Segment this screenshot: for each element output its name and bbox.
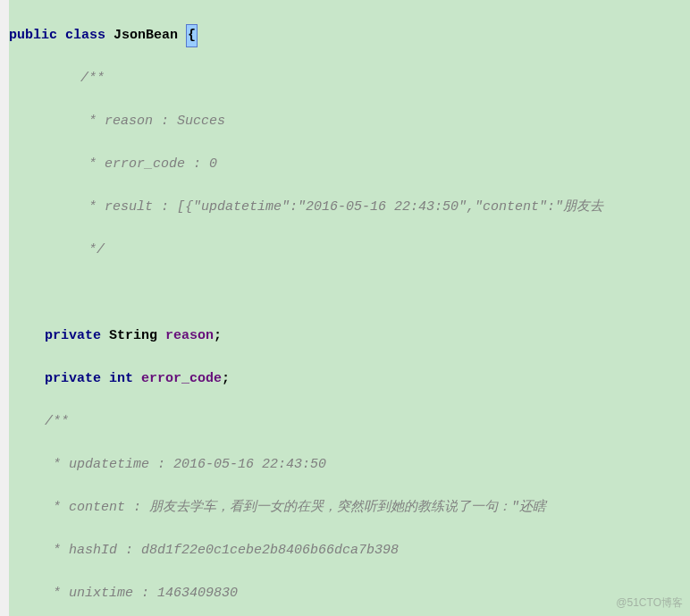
comment: /**	[80, 68, 105, 89]
comment: * result : [{"updatetime":"2016-05-16 22…	[80, 197, 603, 218]
code-line: private String reason;	[9, 325, 690, 347]
comment: */	[80, 240, 105, 261]
code-line: * reason : Succes	[9, 111, 690, 132]
keyword-public: public	[9, 25, 57, 46]
code-line: */	[9, 240, 690, 261]
class-name: JsonBean	[114, 25, 178, 46]
field-name: reason	[165, 325, 214, 347]
code-line: * unixtime : 1463409830	[9, 583, 690, 604]
code-editor[interactable]: public class JsonBean { /** * reason : S…	[0, 0, 690, 616]
keyword-private: private	[45, 368, 101, 390]
watermark: @51CTO博客	[616, 595, 683, 611]
semicolon: ;	[222, 368, 230, 390]
keyword-private: private	[45, 325, 101, 347]
code-line: /**	[9, 68, 690, 89]
code-line: * error_code : 0	[9, 154, 690, 175]
code-line: * content : 朋友去学车，看到一女的在哭，突然听到她的教练说了一句："…	[9, 497, 690, 519]
type: String	[109, 325, 157, 347]
keyword-class: class	[65, 25, 105, 46]
field-name: error_code	[141, 368, 222, 390]
code-line: /**	[9, 411, 690, 433]
code-line: * result : [{"updatetime":"2016-05-16 22…	[9, 197, 690, 218]
code-line: * hashId : d8d1f22e0c1cebe2b8406b66dca7b…	[9, 540, 690, 561]
comment: * reason : Succes	[80, 111, 225, 132]
gutter	[0, 0, 9, 616]
comment: * content : 朋友去学车，看到一女的在哭，突然听到她的教练说了一句："…	[45, 497, 546, 519]
keyword-int: int	[109, 368, 133, 390]
code-line: * updatetime : 2016-05-16 22:43:50	[9, 454, 690, 476]
semicolon: ;	[214, 325, 222, 347]
comment: /**	[45, 411, 69, 433]
comment: * error_code : 0	[80, 154, 217, 175]
comment: * updatetime : 2016-05-16 22:43:50	[45, 454, 326, 476]
code-line: public class JsonBean {	[9, 25, 690, 46]
brace-highlight: {	[186, 24, 198, 47]
code-line: private int error_code;	[9, 368, 690, 390]
comment: * hashId : d8d1f22e0c1cebe2b8406b66dca7b…	[45, 540, 399, 561]
comment: * unixtime : 1463409830	[45, 583, 238, 604]
code-line	[9, 283, 690, 304]
